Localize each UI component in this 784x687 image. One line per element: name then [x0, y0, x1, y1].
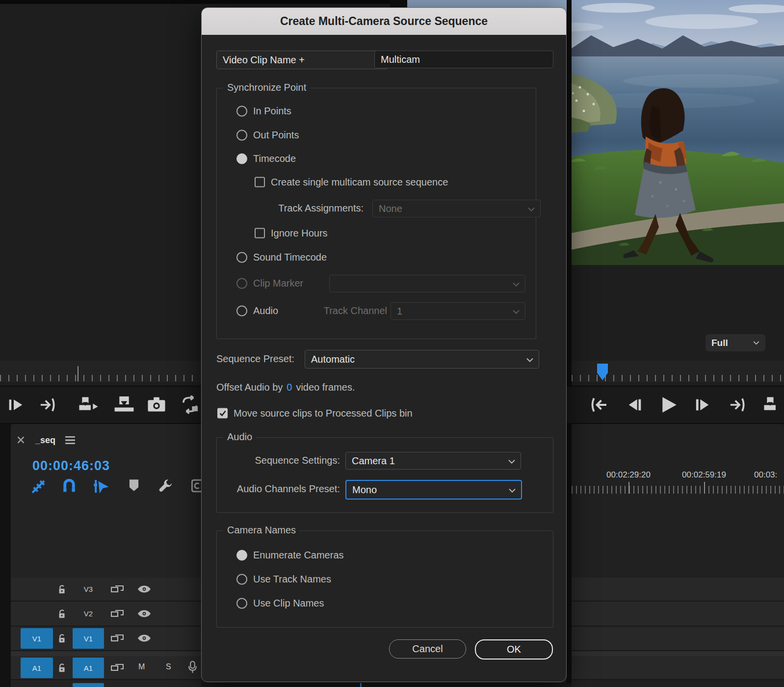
track-label[interactable]: V2 — [78, 609, 98, 618]
voiceover-mic-icon[interactable] — [188, 661, 197, 674]
track-lane-v1[interactable] — [572, 627, 784, 651]
linked-selection-icon[interactable] — [93, 478, 110, 495]
sequence-settings-select[interactable]: Camera 1 — [345, 452, 521, 470]
go-to-in-icon[interactable] — [590, 396, 608, 414]
chevron-down-icon — [753, 341, 759, 345]
top-strip — [0, 0, 407, 4]
chevron-down-icon — [526, 354, 533, 365]
lock-icon[interactable] — [58, 609, 66, 619]
radio-icon[interactable] — [236, 574, 247, 584]
use-clip-names-option[interactable]: Use Clip Names — [236, 598, 324, 609]
ruler-timecode-label: 00:03: — [754, 470, 784, 480]
checkbox-icon[interactable] — [255, 228, 265, 238]
play-in-to-out-icon[interactable] — [8, 396, 24, 414]
radio-icon[interactable] — [236, 598, 247, 608]
left-edge-column — [0, 424, 11, 687]
ignore-hours-label: Ignore Hours — [271, 228, 328, 239]
sequence-preset-select[interactable]: Automatic — [305, 350, 539, 369]
play-icon[interactable] — [659, 395, 678, 415]
track-lane-v2[interactable] — [572, 602, 784, 627]
sync-lock-icon[interactable] — [111, 662, 124, 673]
track-target-a1[interactable]: A1 — [73, 658, 104, 678]
create-single-checkbox-row[interactable]: Create single multicam source sequence — [255, 177, 448, 188]
audio-option[interactable]: Audio — [236, 305, 278, 317]
audio-group-legend: Audio — [223, 431, 256, 443]
snap-icon[interactable] — [62, 479, 77, 494]
offset-audio-prefix: Offset Audio by — [216, 382, 283, 393]
sync-lock-icon[interactable] — [111, 584, 124, 595]
timeline-ruler-ticks[interactable] — [572, 486, 784, 494]
cancel-button[interactable]: Cancel — [389, 639, 466, 659]
source-patch-a1[interactable]: A1 — [21, 658, 53, 678]
toggle-track-output-eye-icon[interactable] — [137, 585, 151, 593]
radio-icon[interactable] — [236, 106, 247, 116]
panel-menu-icon[interactable] — [65, 436, 76, 445]
out-points-option[interactable]: Out Points — [236, 130, 299, 141]
go-to-out-icon[interactable] — [39, 396, 56, 414]
track-row-v2: V2 — [11, 602, 201, 627]
sequence-tab[interactable]: _seq — [35, 435, 55, 446]
audio-option-label: Audio — [253, 305, 278, 317]
toggle-track-output-eye-icon[interactable] — [137, 634, 151, 642]
source-ruler-ticks — [0, 375, 200, 381]
sequence-name-input[interactable] — [374, 51, 553, 68]
insert-icon[interactable] — [763, 395, 784, 414]
checkbox-checked-icon[interactable] — [217, 408, 228, 419]
track-lane-a1[interactable] — [572, 656, 784, 680]
timeline-timecode[interactable]: 00:00:46:03 — [32, 458, 110, 474]
name-mode-select[interactable]: Video Clip Name + — [216, 51, 388, 69]
radio-selected-icon[interactable] — [236, 153, 247, 164]
toggle-track-output-eye-icon[interactable] — [137, 609, 151, 618]
audio-channels-label: Audio Channels Preset: — [237, 483, 340, 495]
export-frame-icon[interactable] — [147, 396, 166, 413]
track-assignments-label: Track Assignments: — [278, 203, 364, 214]
sound-timecode-label: Sound Timecode — [253, 252, 327, 263]
timeline-tracks-area: 00:02:29:20 00:02:59:19 00:03: — [572, 424, 784, 687]
timecode-option[interactable]: Timecode — [236, 153, 296, 164]
overwrite-icon[interactable] — [114, 395, 134, 414]
step-back-icon[interactable] — [626, 396, 643, 414]
ignore-hours-checkbox-row[interactable]: Ignore Hours — [255, 228, 328, 239]
lock-icon[interactable] — [58, 584, 66, 595]
in-points-option[interactable]: In Points — [236, 106, 291, 117]
go-to-out-icon[interactable] — [729, 396, 746, 414]
sync-lock-icon[interactable] — [111, 633, 124, 644]
mute-button[interactable]: M — [138, 662, 145, 671]
checkbox-icon[interactable] — [255, 177, 265, 187]
radio-icon[interactable] — [236, 305, 247, 316]
radio-icon[interactable] — [236, 130, 247, 140]
audio-channels-select[interactable]: Mono — [345, 480, 522, 500]
create-single-label: Create single multicam source sequence — [271, 177, 448, 188]
track-channel-value: 1 — [397, 306, 402, 317]
move-source-checkbox-row[interactable]: Move source clips to Processed Clips bin — [217, 408, 413, 419]
insert-icon[interactable] — [78, 395, 100, 414]
captions-icon[interactable] — [191, 479, 201, 493]
solo-button[interactable]: S — [166, 662, 171, 671]
radio-icon[interactable] — [236, 252, 247, 263]
dialog-title[interactable]: Create Multi-Camera Source Sequence — [202, 8, 566, 35]
track-label[interactable]: V3 — [78, 585, 98, 593]
ok-button[interactable]: OK — [475, 639, 553, 660]
source-ruler-major-tick — [78, 366, 78, 381]
radio-selected-icon[interactable] — [236, 550, 247, 560]
track-target-v1[interactable]: V1 — [73, 628, 104, 649]
track-lane-v3[interactable] — [572, 578, 784, 602]
step-forward-icon[interactable] — [695, 396, 711, 414]
nest-sequences-icon[interactable] — [30, 479, 46, 495]
timeline-settings-icon[interactable] — [158, 479, 173, 494]
sync-lock-icon[interactable] — [111, 608, 124, 619]
swap-monitors-icon[interactable] — [181, 396, 199, 414]
lock-icon[interactable] — [58, 663, 66, 673]
lock-icon[interactable] — [58, 634, 66, 644]
clip-marker-select — [329, 275, 525, 292]
add-marker-icon[interactable] — [129, 479, 139, 492]
monitor-zoom-select[interactable]: Full — [706, 334, 765, 351]
major-tick — [704, 482, 705, 494]
track-target-a2-partial[interactable] — [73, 683, 104, 687]
source-patch-v1[interactable]: V1 — [21, 628, 53, 649]
use-track-names-option[interactable]: Use Track Names — [236, 574, 331, 585]
sound-timecode-option[interactable]: Sound Timecode — [236, 252, 327, 263]
enumerate-cameras-option[interactable]: Enumerate Cameras — [236, 550, 344, 561]
close-panel-icon[interactable] — [17, 436, 25, 444]
offset-audio-value[interactable]: 0 — [287, 382, 292, 393]
